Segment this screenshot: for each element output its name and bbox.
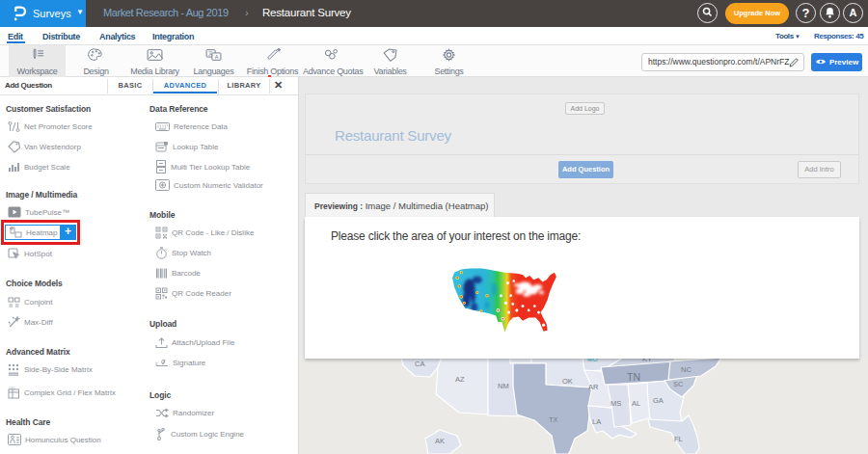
svg-text:010: 010 <box>10 387 15 390</box>
svg-text:A: A <box>215 54 219 60</box>
svg-text:CA: CA <box>415 360 424 368</box>
svg-text:AZ: AZ <box>455 375 465 384</box>
svg-text:x: x <box>155 361 158 366</box>
svg-text:TN: TN <box>627 371 640 383</box>
svg-text:FL: FL <box>674 435 683 443</box>
svg-text:TX: TX <box>549 415 558 424</box>
svg-text:AL: AL <box>632 399 640 408</box>
svg-text:MS: MS <box>610 399 621 408</box>
svg-text:NM: NM <box>498 382 509 390</box>
svg-text:文: 文 <box>208 50 213 56</box>
svg-text:AR: AR <box>588 383 599 391</box>
svg-text:AK: AK <box>435 437 445 445</box>
svg-text:OK: OK <box>562 377 573 386</box>
svg-text:LA: LA <box>592 417 601 426</box>
svg-text:GA: GA <box>653 396 664 405</box>
svg-text:SC: SC <box>673 380 684 388</box>
svg-text:NC: NC <box>681 365 692 374</box>
